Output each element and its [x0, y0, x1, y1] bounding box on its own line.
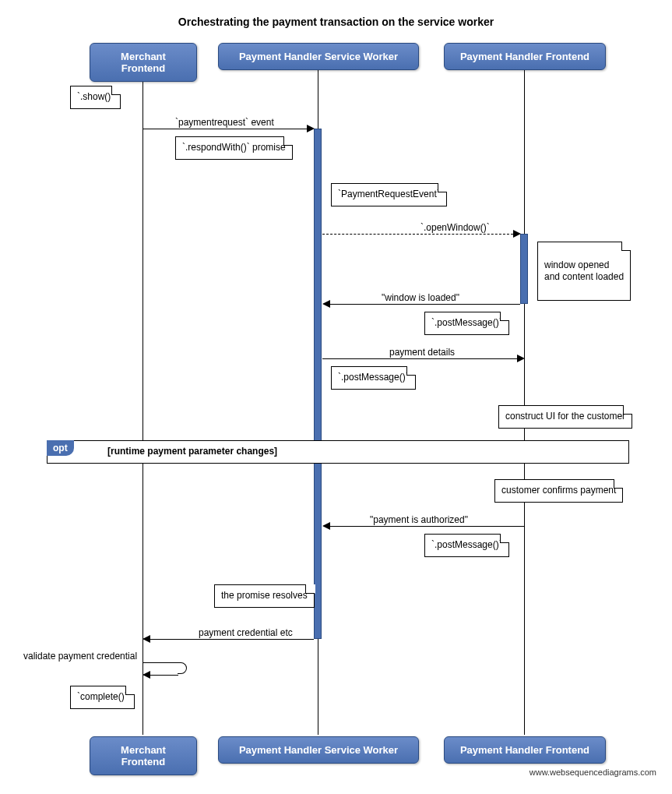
msg-openwindow: `.openWindow()`: [420, 222, 490, 233]
note-text: construct UI for the customer: [505, 411, 625, 422]
actor-worker-bottom: Payment Handler Service Worker: [218, 736, 419, 764]
arrowhead: [513, 230, 521, 238]
note-text: window opened and content loaded: [544, 259, 624, 283]
arrowhead: [517, 355, 525, 362]
msg-paymentrequest: `paymentrequest` event: [175, 117, 274, 128]
note-postmessage3: `.postMessage()`: [424, 534, 509, 557]
note-postmessage1: `.postMessage()`: [424, 312, 509, 335]
msg-validate: validate payment credential: [23, 651, 137, 662]
msg-windowloaded: "window is loaded": [382, 292, 459, 303]
note-text: `.show()`: [77, 91, 114, 102]
arrow: [329, 304, 520, 305]
arrowhead: [322, 522, 330, 530]
note-text: `.postMessage()`: [431, 317, 502, 328]
actor-label: Merchant Frontend: [121, 744, 166, 768]
watermark: www.websequencediagrams.com: [530, 768, 656, 777]
note-complete: `complete()`: [70, 686, 135, 709]
arrow-dashed: [322, 234, 513, 235]
actor-frontend-bottom: Payment Handler Frontend: [444, 736, 606, 764]
arrowhead: [142, 635, 150, 643]
note-windowopened: window opened and content loaded: [537, 242, 631, 301]
msg-paymentauthorized: "payment is authorized": [370, 514, 468, 525]
arrow: [143, 129, 307, 129]
msg-paymentcredential: payment credential etc: [199, 627, 293, 638]
note-paymentrequestevent: `PaymentRequestEvent`: [331, 183, 447, 206]
actor-label: Payment Handler Frontend: [460, 51, 589, 62]
note-promiseresolves: the promise resolves: [214, 584, 315, 608]
msg-paymentdetails: payment details: [389, 347, 455, 358]
actor-merchant-top: Merchant Frontend: [90, 43, 197, 82]
note-text: `complete()`: [77, 691, 128, 702]
arrow: [150, 639, 314, 640]
actor-merchant-bottom: Merchant Frontend: [90, 736, 197, 775]
arrowhead: [307, 125, 315, 132]
arrowhead: [322, 300, 330, 308]
diagram-title: Orchestrating the payment transaction on…: [16, 16, 656, 28]
sequence-diagram: Orchestrating the payment transaction on…: [16, 16, 656, 778]
actor-worker-top: Payment Handler Service Worker: [218, 43, 419, 70]
note-customerconfirms: customer confirms payment: [494, 479, 623, 503]
note-text: the promise resolves: [221, 590, 308, 601]
opt-tag: opt: [47, 440, 74, 456]
actor-label: Payment Handler Service Worker: [239, 744, 398, 756]
actor-label: Payment Handler Service Worker: [239, 51, 398, 62]
note-text: `PaymentRequestEvent`: [338, 189, 440, 199]
lifeline-frontend: [524, 69, 525, 735]
actor-frontend-top: Payment Handler Frontend: [444, 43, 606, 70]
note-postmessage2: `.postMessage()`: [331, 366, 416, 390]
arrow: [322, 358, 517, 359]
note-constructui: construct UI for the customer: [498, 405, 632, 429]
note-text: `.respondWith()` promise: [182, 142, 286, 153]
note-respondwith: `.respondWith()` promise: [175, 136, 293, 160]
arrow: [329, 526, 524, 527]
actor-label: Payment Handler Frontend: [460, 744, 589, 756]
actor-label: Merchant Frontend: [121, 51, 166, 74]
note-show: `.show()`: [70, 86, 121, 109]
activation-frontend: [520, 234, 528, 304]
note-text: customer confirms payment: [501, 485, 616, 496]
note-text: `.postMessage()`: [338, 372, 409, 383]
note-text: `.postMessage()`: [431, 539, 502, 550]
activation-worker: [314, 129, 322, 639]
opt-label: [runtime payment parameter changes]: [107, 446, 277, 457]
